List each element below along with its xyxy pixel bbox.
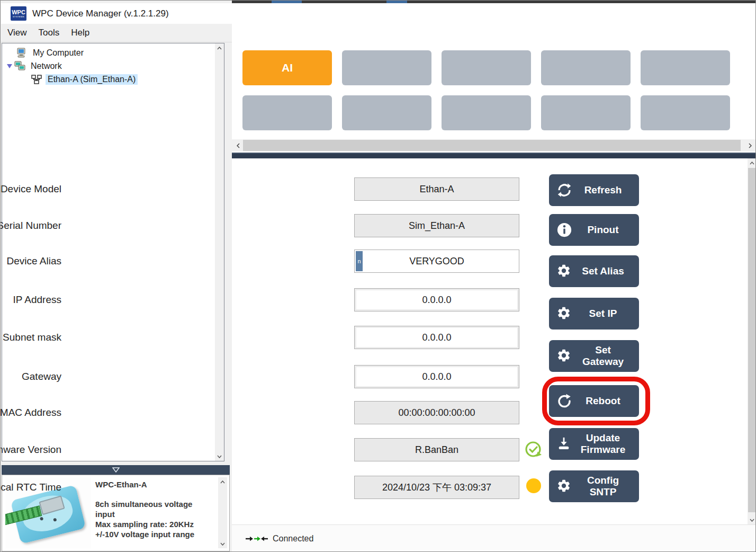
tree-scrollbar[interactable] <box>215 43 224 461</box>
subnet-mask-input[interactable] <box>354 326 519 349</box>
module-button-placeholder[interactable] <box>242 95 332 130</box>
field-label-ip-address: IP Address <box>0 294 61 306</box>
device-spec-line: 8ch simultaneous voltage input <box>95 499 213 519</box>
field-label-gateway: Gateway <box>0 371 61 382</box>
scroll-right-icon[interactable] <box>745 139 755 152</box>
device-name: WPC-Ethan-A <box>95 479 213 489</box>
reboot-button[interactable]: Reboot <box>549 385 639 417</box>
module-button-placeholder[interactable] <box>641 50 730 85</box>
module-button-placeholder[interactable] <box>342 95 431 130</box>
tree-item-network[interactable]: Network <box>2 59 224 73</box>
main-area: AI Device Model Seria <box>232 3 756 552</box>
form-scrollbar[interactable] <box>748 158 756 524</box>
scroll-up-icon[interactable] <box>215 43 224 52</box>
ip-address-input[interactable] <box>354 288 519 311</box>
module-button-placeholder[interactable] <box>541 95 631 130</box>
lan-device-icon <box>31 74 42 85</box>
gateway-input[interactable] <box>354 365 519 388</box>
device-tree-panel: My Computer Network <box>2 43 224 461</box>
serial-number-field <box>354 214 519 237</box>
device-spec-line: Max sampling rate: 20KHz <box>95 519 213 529</box>
firmware-version-field <box>354 438 519 461</box>
tree-item-ethan-a[interactable]: Ethan-A (Sim_Ethan-A) <box>2 73 224 86</box>
field-label-subnet-mask: Subnet mask <box>0 332 61 343</box>
scrollbar-thumb[interactable] <box>243 140 741 151</box>
device-model-field <box>354 177 519 201</box>
alias-selection-mark: n <box>356 251 363 271</box>
field-label-device-alias: Device Alias <box>0 255 61 267</box>
window-title: WPC Device Manager (v.1.2.1.29) <box>32 8 169 19</box>
device-alias-input[interactable] <box>354 250 519 273</box>
tree-item-my-computer[interactable]: My Computer <box>2 46 224 59</box>
device-description: WPC-Ethan-A 8ch simultaneous voltage inp… <box>95 479 213 539</box>
scroll-down-icon[interactable] <box>218 539 227 548</box>
field-label-local-rtc-time: Local RTC Time <box>0 482 61 493</box>
statusbar: Connected <box>232 524 756 552</box>
connection-arrows-icon <box>245 535 268 542</box>
refresh-icon <box>556 182 572 198</box>
scroll-up-icon[interactable] <box>748 158 756 167</box>
tree-item-label: Ethan-A (Sim_Ethan-A) <box>46 74 138 85</box>
set-alias-button[interactable]: Set Alias <box>549 255 639 287</box>
gear-icon <box>556 306 572 322</box>
scroll-down-icon[interactable] <box>748 515 756 524</box>
wpc-device-manager-window: WPC SYSTEMS WPC Device Manager (v.1.2.1.… <box>0 0 756 552</box>
menu-tools[interactable]: Tools <box>33 25 65 40</box>
field-label-device-model: Device Model <box>0 183 61 195</box>
scrollbar-thumb[interactable] <box>748 168 756 512</box>
scroll-up-icon[interactable] <box>218 477 227 486</box>
module-button-ai[interactable]: AI <box>242 50 332 85</box>
module-button-placeholder[interactable] <box>541 50 631 85</box>
field-label-serial-number: Serial Number <box>0 220 61 232</box>
module-button-placeholder[interactable] <box>342 50 431 85</box>
gear-icon <box>556 263 572 279</box>
panel-splitter[interactable] <box>2 465 230 475</box>
device-spec-line: +/-10V voltage input range <box>95 529 213 539</box>
tree-connector <box>22 75 31 84</box>
gear-icon <box>556 478 572 494</box>
my-computer-icon <box>16 48 28 58</box>
menu-view[interactable]: View <box>2 25 32 40</box>
set-gateway-button[interactable]: Set Gateway <box>549 340 639 372</box>
local-rtc-time-field <box>354 476 519 499</box>
section-divider <box>232 153 756 158</box>
module-scrollbar[interactable] <box>232 139 756 152</box>
field-label-mac-address: MAC Address <box>0 407 61 419</box>
download-icon <box>556 436 572 452</box>
connection-status-text: Connected <box>273 534 313 544</box>
scroll-left-icon[interactable] <box>233 139 244 152</box>
module-button-placeholder[interactable] <box>442 50 531 85</box>
info-scrollbar[interactable] <box>218 477 227 548</box>
scroll-down-icon[interactable] <box>215 452 224 461</box>
info-icon <box>556 222 572 238</box>
update-firmware-button[interactable]: Update Firmware <box>549 428 639 460</box>
device-settings-form: Device Model Serial Number Device Alias … <box>232 158 748 524</box>
tree-item-label: My Computer <box>31 48 86 58</box>
module-button-placeholder[interactable] <box>641 95 730 130</box>
config-sntp-button[interactable]: Config SNTP <box>549 470 639 502</box>
firmware-ok-icon <box>524 440 543 459</box>
tree-expand-icon[interactable] <box>5 62 14 70</box>
menu-help[interactable]: Help <box>66 25 95 40</box>
refresh-button[interactable]: Refresh <box>549 174 639 206</box>
reboot-icon <box>556 393 572 409</box>
mac-address-field <box>354 401 519 424</box>
network-icon <box>14 61 25 72</box>
pinout-button[interactable]: Pinout <box>549 214 639 246</box>
tree-connector <box>7 49 16 57</box>
app-logo-icon: WPC SYSTEMS <box>11 6 26 21</box>
module-button-placeholder[interactable] <box>442 95 531 130</box>
set-ip-button[interactable]: Set IP <box>549 298 639 330</box>
rtc-sync-status-icon <box>526 478 545 497</box>
gear-icon <box>556 348 572 364</box>
tree-item-label: Network <box>29 61 64 72</box>
collapse-triangle-icon <box>112 467 120 473</box>
field-label-firmware-version: Firmware Version <box>0 444 61 456</box>
